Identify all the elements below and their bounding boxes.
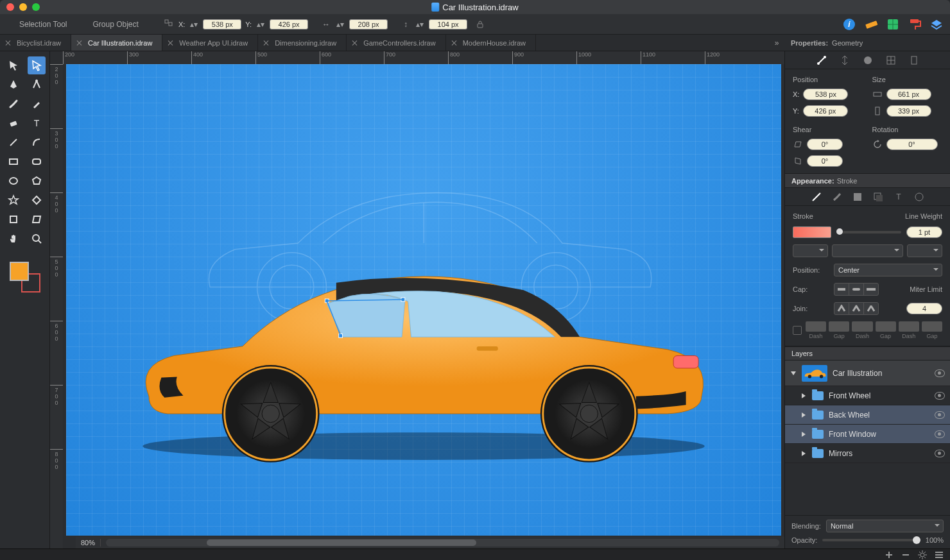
curve-tool[interactable]: [28, 133, 46, 151]
fill-tab-icon[interactable]: [852, 191, 863, 203]
grid-icon[interactable]: [886, 17, 900, 31]
eraser-tool[interactable]: [4, 114, 22, 132]
document-tab[interactable]: ModernHouse.idraw: [446, 35, 536, 51]
style-tab-icon[interactable]: [862, 55, 874, 66]
shear-tool[interactable]: [28, 210, 46, 228]
cap-square-button[interactable]: [863, 283, 879, 296]
tab-overflow-button[interactable]: »: [769, 35, 784, 51]
ruler-icon[interactable]: [864, 17, 878, 31]
canvas[interactable]: [66, 64, 781, 536]
width-field[interactable]: 661 px: [886, 89, 931, 100]
join-round-button[interactable]: [849, 302, 864, 315]
crop-tool[interactable]: [4, 210, 22, 228]
move-tool[interactable]: [4, 56, 22, 74]
brush-tool[interactable]: [4, 95, 22, 113]
lineweight-field[interactable]: 1 pt: [906, 226, 942, 238]
disclosure-right-icon[interactable]: [800, 450, 807, 457]
layer-menu-icon[interactable]: [935, 550, 944, 559]
dash-field[interactable]: [806, 321, 826, 332]
dash-field[interactable]: [829, 321, 849, 332]
stepper-icon[interactable]: ▴▾: [335, 19, 345, 30]
grid-tab-icon[interactable]: [885, 55, 897, 66]
color-swatches[interactable]: [10, 262, 40, 293]
arrange-tab-icon[interactable]: [839, 55, 851, 66]
stroke-position-select[interactable]: Center: [834, 264, 942, 276]
line-tool[interactable]: [4, 133, 22, 151]
polygon-tool[interactable]: [28, 172, 46, 190]
cap-round-button[interactable]: [849, 283, 864, 296]
pencil-tool[interactable]: [28, 95, 46, 113]
text-tool[interactable]: T: [28, 114, 46, 132]
visibility-toggle-icon[interactable]: [935, 369, 945, 377]
close-tab-icon[interactable]: [263, 40, 270, 46]
minimize-window-button[interactable]: [19, 3, 27, 11]
lineweight-slider[interactable]: [836, 231, 901, 233]
page-tab-icon[interactable]: [908, 55, 920, 66]
y-input[interactable]: 426 px: [270, 19, 308, 30]
y-field[interactable]: 426 px: [803, 105, 848, 117]
stepper-icon[interactable]: ▴▾: [255, 19, 266, 30]
stepper-icon[interactable]: ▴▾: [189, 19, 199, 30]
dash-field[interactable]: [876, 321, 896, 332]
layer-row[interactable]: Front Wheel: [785, 386, 950, 405]
close-tab-icon[interactable]: [451, 40, 458, 46]
arrow-start-select[interactable]: [793, 244, 828, 257]
layer-row[interactable]: Mirrors: [785, 444, 950, 463]
stroke-tab-icon[interactable]: [811, 191, 822, 203]
rotation-field[interactable]: 0°: [886, 139, 938, 150]
visibility-toggle-icon[interactable]: [935, 411, 945, 419]
align-icon[interactable]: [164, 19, 175, 30]
layer-settings-icon[interactable]: [918, 550, 927, 559]
horizontal-ruler[interactable]: 200300400500600700800900100011001200: [63, 51, 784, 64]
height-input[interactable]: 104 px: [429, 19, 467, 30]
close-tab-icon[interactable]: [76, 40, 83, 46]
direct-select-tool[interactable]: [28, 56, 46, 74]
document-tab[interactable]: GameControllers.idraw: [347, 35, 445, 51]
blending-select[interactable]: Normal: [826, 520, 944, 532]
join-buttons[interactable]: [834, 302, 879, 315]
height-field[interactable]: 339 px: [886, 105, 931, 117]
dash-pattern-select[interactable]: [832, 244, 903, 257]
dash-field[interactable]: [899, 321, 919, 332]
close-tab-icon[interactable]: [352, 40, 358, 46]
text-tab-icon[interactable]: T: [893, 191, 904, 203]
cap-butt-button[interactable]: [834, 283, 849, 296]
close-window-button[interactable]: [6, 3, 14, 11]
disclosure-down-icon[interactable]: [790, 370, 797, 377]
close-tab-icon[interactable]: [168, 40, 174, 46]
x-input[interactable]: 538 px: [203, 19, 241, 30]
disclosure-right-icon[interactable]: [800, 412, 807, 418]
vertical-ruler[interactable]: 2 0 03 0 04 0 05 0 06 0 07 0 08 0 0: [50, 64, 63, 548]
x-field[interactable]: 538 px: [803, 89, 848, 100]
rounded-rect-tool[interactable]: [28, 153, 46, 171]
stroke-color-swatch[interactable]: [793, 226, 831, 238]
visibility-toggle-icon[interactable]: [935, 450, 945, 457]
stepper-icon[interactable]: ▴▾: [415, 19, 425, 30]
shear-v-field[interactable]: 0°: [807, 155, 843, 167]
horizontal-scrollbar[interactable]: [106, 539, 779, 547]
info-icon[interactable]: i: [842, 17, 856, 31]
layer-row[interactable]: Back Wheel: [785, 405, 950, 425]
geometry-tab-icon[interactable]: [816, 55, 827, 66]
anchor-point-tool[interactable]: [28, 76, 46, 94]
document-tab[interactable]: Dimensioning.idraw: [258, 35, 347, 51]
visibility-toggle-icon[interactable]: [935, 392, 945, 400]
foreground-swatch[interactable]: [10, 262, 29, 281]
visibility-toggle-icon[interactable]: [935, 430, 945, 438]
car-illustration[interactable]: [116, 253, 731, 465]
document-tab[interactable]: Weather App UI.idraw: [162, 35, 258, 51]
join-miter-button[interactable]: [834, 302, 849, 315]
star-tool[interactable]: [4, 191, 22, 209]
pen-tool[interactable]: [4, 76, 22, 94]
rectangle-tool[interactable]: [4, 153, 22, 171]
document-tab[interactable]: Car Illustration.idraw: [71, 35, 162, 51]
dash-fields[interactable]: [806, 321, 942, 332]
fx-tab-icon[interactable]: [913, 191, 925, 203]
brush-tab-icon[interactable]: [831, 191, 843, 203]
add-layer-icon[interactable]: [885, 550, 894, 559]
close-tab-icon[interactable]: [5, 40, 12, 46]
dash-field[interactable]: [922, 321, 942, 332]
join-bevel-button[interactable]: [863, 302, 879, 315]
layer-row[interactable]: Front Window: [785, 425, 950, 444]
miter-field[interactable]: 4: [906, 303, 942, 314]
